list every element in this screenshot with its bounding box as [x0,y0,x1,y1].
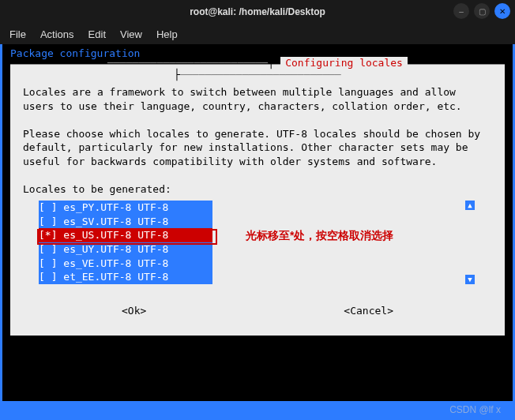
cancel-button[interactable]: <Cancel> [344,305,393,317]
dialog-buttons: <Ok> <Cancel> [23,305,492,317]
dialog-para2: Please choose which locales to generate.… [23,128,487,167]
scroll-up-icon[interactable]: ▲ [465,201,475,210]
list-item[interactable]: [ ] es_VE.UTF-8 UTF-8 [39,257,212,271]
dialog-title: Configuring locales [280,57,408,69]
menu-view[interactable]: View [120,28,142,40]
list-item[interactable]: [ ] es_PY.UTF-8 UTF-8 [39,201,212,215]
menu-file[interactable]: File [9,28,26,40]
scroll-down-icon[interactable]: ▼ [465,275,475,284]
menu-help[interactable]: Help [156,28,178,40]
dash-left: ────────────────────────── [107,57,269,69]
menu-actions[interactable]: Actions [40,28,74,40]
close-icon[interactable]: ✕ [494,3,510,19]
dash-right: ────────────────────────── [180,69,341,81]
titlebar: root@kali: /home/kali/Desktop – ▢ ✕ [0,0,515,24]
locale-list-wrap: [ ] es_PY.UTF-8 UTF-8 [ ] es_SV.UTF-8 UT… [23,201,492,283]
window-controls: – ▢ ✕ [453,3,510,19]
list-item[interactable]: [ ] es_SV.UTF-8 UTF-8 [39,215,212,229]
menubar: File Actions Edit View Help [0,24,515,44]
terminal: Package configuration ──────────────────… [2,44,513,401]
config-dialog: ──────────────────────────┤ Configuring … [10,64,505,336]
menu-edit[interactable]: Edit [88,28,106,40]
watermark: CSDN @lf‎ x [449,404,501,415]
list-item: [*] es_US.UTF-8 UTF-8 [39,228,212,242]
maximize-icon[interactable]: ▢ [474,3,490,19]
list-item[interactable]: [ ] et_EE.UTF-8 UTF-8 [39,270,212,284]
annotation-text: 光标移至*处，按空格取消选择 [246,229,393,243]
dialog-title-row: ──────────────────────────┤ Configuring … [23,57,492,81]
window-title: root@kali: /home/kali/Desktop [190,6,325,17]
ok-button[interactable]: <Ok> [122,305,146,317]
dialog-para1: Locales are a framework to switch betwee… [23,86,462,112]
list-item-selected[interactable]: [*] es_US.UTF-8 UTF-8 [39,228,212,242]
locale-list[interactable]: [ ] es_PY.UTF-8 UTF-8 [ ] es_SV.UTF-8 UT… [39,201,212,283]
dialog-prompt: Locales to be generated: [23,183,171,195]
list-item[interactable]: [ ] es_UY.UTF-8 UTF-8 [39,242,212,257]
dialog-body: Locales are a framework to switch betwee… [23,85,492,196]
minimize-icon[interactable]: – [453,3,469,19]
